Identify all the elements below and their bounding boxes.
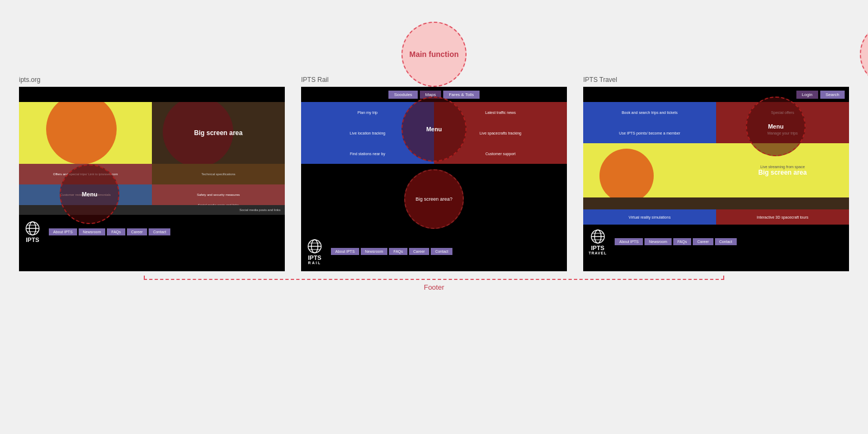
footer-link-career-ipts[interactable]: Career [127, 228, 147, 235]
footer-link-faqs-rail[interactable]: FAQs [389, 248, 407, 255]
social-text: Social media posts and links [198, 203, 239, 205]
page-container: Main function Main function ipts.org [0, 0, 868, 313]
footer-logo-travel: IPTS TRAVEL [589, 228, 607, 255]
globe-icon-ipts [24, 220, 41, 237]
technical-text: Technical specifications [201, 173, 235, 176]
interactive-text: Interactive 3D spacecraft tours [757, 215, 808, 219]
logo-sub-rail: RAIL [308, 261, 321, 265]
book-text: Book and search trips and tickets [620, 111, 680, 114]
globe-icon-travel [590, 228, 606, 245]
traffic-text: Latest traffic news [485, 111, 515, 114]
footer-label: Footer [424, 283, 444, 291]
rail-nav-soodules[interactable]: Soodules [388, 91, 417, 99]
footer-link-contact-travel[interactable]: Contact [715, 238, 737, 245]
main-function-label-center: Main function [410, 50, 459, 59]
site-ipts-org: ipts.org Mission statement and progress [19, 76, 285, 271]
footer-logo-ipts: IPTS [24, 220, 41, 243]
menu-circle-travel: Menu [746, 97, 806, 156]
footer-link-about-travel[interactable]: About IPTS [615, 238, 643, 245]
logo-text-travel: IPTS [591, 245, 604, 251]
social-text-2: Social media posts and links [239, 208, 280, 212]
main-function-bubble-center: Main function [401, 22, 467, 87]
big-screen-text-rail: Big screen area? [416, 196, 452, 202]
globe-icon-rail [307, 238, 323, 254]
site-label-ipts-org: ipts.org [19, 76, 40, 84]
footer-link-newsroom-ipts[interactable]: Newsroom [79, 228, 105, 235]
points-text: Use IPTS points/ become a member [617, 131, 682, 135]
footer-link-newsroom-rail[interactable]: Newsroom [361, 248, 387, 255]
stations-text: Find stations near by [350, 152, 385, 156]
logo-text-ipts: IPTS [26, 237, 39, 243]
logo-sub-travel: TRAVEL [589, 251, 607, 255]
rail-nav-fares[interactable]: Fares & Tolls [443, 91, 479, 99]
spacecraft-text: Live spacecrafts tracking [480, 131, 521, 135]
footer-annotation: Footer [144, 279, 724, 291]
menu-label-ipts: Menu [82, 191, 98, 197]
support-text: Customer support [486, 152, 516, 156]
footer-link-career-travel[interactable]: Career [693, 238, 713, 245]
live-text: Live streaming from space [760, 165, 805, 169]
menu-label-travel: Menu [768, 123, 784, 130]
footer-logo-rail: IPTS RAIL [307, 238, 323, 265]
travel-nav-search[interactable]: Search [820, 91, 845, 99]
logo-text-rail: IPTS [308, 254, 321, 261]
footer-link-career-rail[interactable]: Career [409, 248, 429, 255]
footer-link-newsroom-travel[interactable]: Newsroom [644, 238, 671, 245]
menu-circle-rail: Menu [401, 97, 467, 162]
big-screen-text-ipts: Big screen area [194, 129, 242, 137]
site-label-ipts-rail: IPTS Rail [301, 76, 329, 84]
footer-link-contact-ipts[interactable]: Contact [149, 228, 170, 235]
vr-text: Virtual reality simulations [629, 215, 671, 219]
site-ipts-travel: IPTS Travel Login Search Book and search… [583, 76, 849, 271]
footer-link-about-rail[interactable]: About IPTS [331, 248, 359, 255]
big-screen-circle-rail: Big screen area? [404, 169, 464, 229]
site-label-ipts-travel: IPTS Travel [583, 76, 617, 84]
plan-text: Plan my trip [358, 111, 378, 114]
tracking-text: Live location tracking [350, 131, 385, 135]
menu-label-rail: Menu [426, 126, 442, 132]
footer-link-about-ipts[interactable]: About IPTS [49, 228, 77, 235]
site-ipts-rail: IPTS Rail Soodules Maps Fares & Tolls [301, 76, 567, 271]
safety-text: Safety and security measures [197, 193, 240, 196]
footer-link-contact-rail[interactable]: Contact [431, 248, 452, 255]
footer-link-faqs-travel[interactable]: FAQs [673, 238, 692, 245]
menu-circle-ipts: Menu [60, 164, 119, 224]
big-screen-text-travel: Big screen area [758, 169, 807, 176]
footer-link-faqs-ipts[interactable]: FAQs [107, 228, 125, 235]
travel-nav-login[interactable]: Login [796, 91, 818, 99]
main-function-bubble-right: Main function [860, 22, 868, 87]
